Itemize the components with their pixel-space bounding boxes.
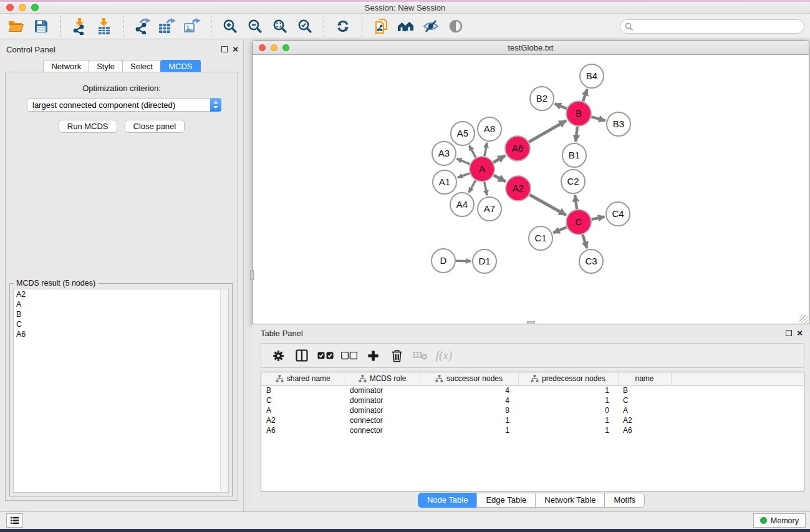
node-B4[interactable]: B4 <box>580 64 604 88</box>
node-B3[interactable]: B3 <box>607 112 630 136</box>
network-window-titlebar[interactable]: testGlobe.txt <box>253 41 809 55</box>
column-header-predecessor-nodes[interactable]: predecessor nodes <box>518 372 618 385</box>
edge-A-A6[interactable] <box>493 156 505 163</box>
tab-style[interactable]: Style <box>89 60 123 73</box>
mcds-result-item[interactable]: A2 <box>14 289 228 299</box>
table-cell[interactable]: 1 <box>420 425 518 435</box>
apply-layout-button[interactable] <box>330 16 355 37</box>
column-header-name[interactable]: name <box>618 372 671 385</box>
node-C3[interactable]: C3 <box>579 249 603 273</box>
node-A6[interactable]: A6 <box>505 136 530 161</box>
table-settings-button[interactable] <box>266 345 290 366</box>
node-B[interactable]: B <box>566 101 591 126</box>
column-header-MCDS-role[interactable]: MCDS role <box>345 372 420 385</box>
mcds-result-item[interactable]: C <box>14 319 228 329</box>
close-table-panel-icon[interactable]: × <box>797 330 803 336</box>
float-table-panel-icon[interactable] <box>786 330 792 336</box>
edge-C-C1[interactable] <box>553 227 566 233</box>
optimization-criterion-select[interactable]: largest connected component (directed) <box>27 98 221 112</box>
task-history-button[interactable] <box>6 513 23 528</box>
export-table-button[interactable] <box>155 16 180 37</box>
node-B1[interactable]: B1 <box>562 143 586 167</box>
edge-B-B1[interactable] <box>576 127 577 142</box>
node-B2[interactable]: B2 <box>530 87 554 110</box>
node-A7[interactable]: A7 <box>478 197 501 221</box>
create-column-button[interactable] <box>361 345 385 366</box>
network-vertical-scrollbar[interactable] <box>250 270 254 280</box>
node-A[interactable]: A <box>470 157 494 181</box>
table-cell[interactable]: 0 <box>518 405 618 415</box>
table-cell[interactable]: B <box>261 385 345 395</box>
float-panel-icon[interactable] <box>221 46 228 52</box>
mcds-result-item[interactable]: A <box>14 299 228 309</box>
table-cell[interactable]: 8 <box>420 405 518 415</box>
table-row[interactable]: Cdominator41C <box>261 395 804 405</box>
table-row[interactable]: Adominator80A <box>261 405 804 415</box>
close-panel-icon[interactable]: × <box>233 46 238 52</box>
node-D[interactable]: D <box>432 249 455 273</box>
edge-A-A7[interactable] <box>485 182 487 196</box>
deselect-all-rows-button[interactable] <box>337 345 361 366</box>
table-cell[interactable]: 1 <box>518 425 618 435</box>
table-cell[interactable]: A6 <box>261 425 345 435</box>
column-header-shared-name[interactable]: shared name <box>261 372 345 385</box>
edge-A-A2[interactable] <box>494 175 506 181</box>
table-cell[interactable]: 4 <box>420 385 518 395</box>
table-cell[interactable]: 1 <box>518 415 618 425</box>
node-A8[interactable]: A8 <box>478 117 501 141</box>
edge-B-B3[interactable] <box>591 117 605 120</box>
table-row[interactable]: A6connector11A6 <box>261 425 804 435</box>
table-cell[interactable]: A <box>261 405 345 415</box>
edge-A2-C[interactable] <box>529 195 566 215</box>
table-cell[interactable]: A6 <box>618 425 671 435</box>
export-network-button[interactable] <box>130 16 155 37</box>
import-network-button[interactable] <box>67 16 92 37</box>
edge-C-C2[interactable] <box>575 195 577 209</box>
edge-A-A4[interactable] <box>469 180 476 193</box>
node-A5[interactable]: A5 <box>451 122 475 145</box>
edge-A-A1[interactable] <box>458 173 470 178</box>
table-cell[interactable]: connector <box>345 425 420 435</box>
zoom-fit-button[interactable] <box>268 16 292 37</box>
table-cell[interactable]: 1 <box>518 385 618 395</box>
import-table-button[interactable] <box>92 16 117 37</box>
tab-select[interactable]: Select <box>122 60 161 73</box>
hide-panels-button[interactable] <box>418 16 443 37</box>
zoom-selected-button[interactable] <box>292 16 317 37</box>
node-table[interactable]: shared nameMCDS rolesuccessor nodesprede… <box>261 372 804 491</box>
node-A4[interactable]: A4 <box>450 193 474 216</box>
table-cell[interactable]: A2 <box>261 415 345 425</box>
mcds-result-item[interactable]: A6 <box>14 329 228 339</box>
node-C1[interactable]: C1 <box>529 226 552 250</box>
table-cell[interactable]: dominator <box>345 395 420 405</box>
result-scrollbar[interactable] <box>220 289 228 492</box>
memory-button[interactable]: Memory <box>753 513 806 528</box>
tab-motifs[interactable]: Motifs <box>604 493 645 508</box>
show-columns-button[interactable] <box>290 345 314 366</box>
table-cell[interactable]: C <box>618 395 671 405</box>
table-cell[interactable]: 4 <box>420 395 518 405</box>
run-mcds-button[interactable]: Run MCDS <box>59 120 117 133</box>
edge-A-A3[interactable] <box>456 158 470 164</box>
column-header-successor-nodes[interactable]: successor nodes <box>420 372 518 385</box>
edge-A-A5[interactable] <box>470 145 476 157</box>
edge-C-C4[interactable] <box>592 216 605 219</box>
table-row[interactable]: A2connector11A2 <box>261 415 804 425</box>
select-all-rows-button[interactable] <box>314 345 337 366</box>
table-cell[interactable]: B <box>618 385 671 395</box>
node-D1[interactable]: D1 <box>473 249 496 273</box>
tab-edge-table[interactable]: Edge Table <box>476 493 536 508</box>
table-cell[interactable]: dominator <box>345 385 420 395</box>
edge-C-C3[interactable] <box>582 235 587 248</box>
table-cell[interactable]: C <box>261 395 345 405</box>
tab-mcds[interactable]: MCDS <box>160 60 200 73</box>
export-image-button[interactable] <box>180 16 205 37</box>
node-C[interactable]: C <box>566 210 591 235</box>
network-graph-canvas[interactable]: AA1A2A3A4A5A6A7A8BB1B2B3B4CC1C2C3C4DD1 <box>253 55 808 323</box>
table-cell[interactable]: dominator <box>345 405 420 415</box>
show-graphics-details-button[interactable] <box>443 16 468 37</box>
node-C4[interactable]: C4 <box>606 202 630 226</box>
table-cell[interactable]: 1 <box>518 395 618 405</box>
search-field[interactable] <box>620 19 804 34</box>
mcds-result-list[interactable]: A2ABCA6 <box>13 289 229 493</box>
